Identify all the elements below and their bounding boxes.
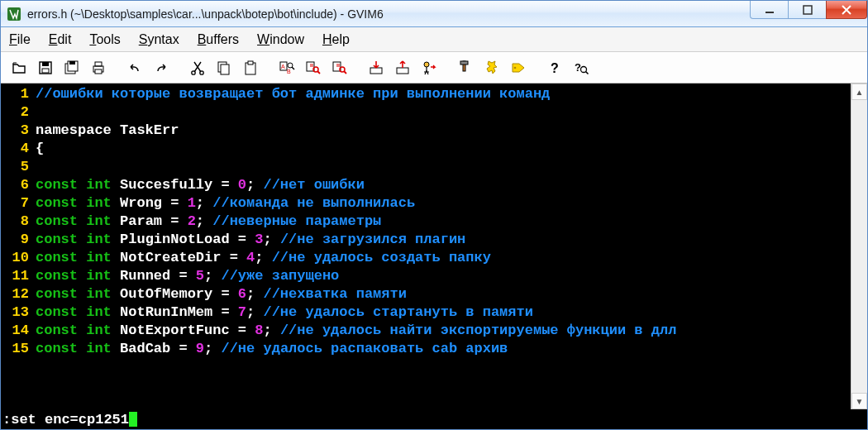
- line-number: 7: [1, 194, 36, 213]
- svg-rect-5: [42, 69, 49, 73]
- code-content[interactable]: const int Param = 2; //неверные параметр…: [36, 213, 851, 231]
- find-replace-icon[interactable]: AB: [275, 56, 298, 79]
- command-line[interactable]: :set enc=cp1251: [1, 409, 867, 429]
- code-content[interactable]: const int NotExportFunc = 8; //не удалос…: [36, 322, 851, 340]
- code-content[interactable]: const int NotRunInMem = 7; //не удалось …: [36, 303, 851, 322]
- line-number: 10: [1, 249, 36, 267]
- code-content[interactable]: [36, 158, 851, 176]
- maximize-button[interactable]: [788, 1, 826, 19]
- svg-rect-29: [370, 68, 382, 74]
- help-icon[interactable]: ?: [543, 56, 566, 79]
- session-load-icon[interactable]: [365, 56, 388, 79]
- minimize-button[interactable]: [750, 1, 788, 19]
- run-script-icon[interactable]: [417, 56, 441, 79]
- line-number: 14: [1, 322, 36, 340]
- code-content[interactable]: const int OutOfMemory = 6; //нехватка па…: [36, 285, 851, 303]
- shell-icon[interactable]: [480, 56, 503, 79]
- svg-point-37: [581, 66, 587, 72]
- svg-rect-33: [460, 61, 468, 64]
- code-line: 11const int Runned = 5; //уже запущено: [1, 267, 851, 285]
- svg-point-13: [200, 70, 203, 74]
- svg-point-31: [424, 62, 429, 67]
- menubar: File Edit Tools Syntax Buffers Window He…: [1, 27, 867, 52]
- code-line: 4{: [1, 140, 851, 158]
- window-title: errors.h (~\Desktop\samples\car...\unpac…: [27, 7, 750, 21]
- code-content[interactable]: const int BadCab = 9; //не удалось распа…: [36, 340, 851, 358]
- menu-help[interactable]: Help: [322, 32, 350, 47]
- code-line: 9const int PluginNotLoad = 3; //не загру…: [1, 231, 851, 249]
- svg-rect-4: [42, 62, 49, 66]
- code-line: 10const int NotCreateDir = 4; //не удало…: [1, 249, 851, 267]
- find-help-icon[interactable]: ?: [570, 56, 593, 79]
- paste-icon[interactable]: [239, 56, 262, 79]
- menu-buffers[interactable]: Buffers: [198, 32, 239, 47]
- code-line: 2: [1, 103, 851, 122]
- scroll-down-icon[interactable]: ▼: [851, 393, 867, 409]
- vertical-scrollbar[interactable]: ▲ ▼: [851, 84, 867, 409]
- close-button[interactable]: [826, 1, 867, 19]
- cut-icon[interactable]: [186, 56, 209, 79]
- tags-icon[interactable]: [507, 56, 530, 79]
- svg-point-12: [192, 70, 195, 74]
- code-editor[interactable]: 1//ошибки которые возвращает бот админке…: [1, 84, 851, 409]
- code-content[interactable]: //ошибки которые возвращает бот админке …: [36, 85, 851, 103]
- code-content[interactable]: const int NotCreateDir = 4; //не удалось…: [36, 249, 851, 267]
- code-line: 14const int NotExportFunc = 8; //не удал…: [1, 322, 851, 340]
- svg-rect-8: [69, 61, 75, 64]
- svg-point-34: [514, 66, 517, 69]
- app-window: errors.h (~\Desktop\samples\car...\unpac…: [0, 0, 868, 430]
- line-number: 8: [1, 213, 36, 231]
- save-icon[interactable]: [34, 56, 57, 79]
- code-content[interactable]: namespace TaskErr: [36, 122, 851, 140]
- scroll-track[interactable]: [851, 100, 867, 393]
- code-line: 7const int Wrong = 1; //команда не выпол…: [1, 194, 851, 213]
- print-icon[interactable]: [87, 56, 110, 79]
- window-buttons: [750, 1, 867, 26]
- find-next-icon[interactable]: [302, 56, 325, 79]
- copy-icon[interactable]: [212, 56, 236, 79]
- line-number: 5: [1, 158, 36, 176]
- line-number: 12: [1, 285, 36, 303]
- code-content[interactable]: [36, 103, 851, 122]
- code-line: 13const int NotRunInMem = 7; //не удалос…: [1, 303, 851, 322]
- line-number: 9: [1, 231, 36, 249]
- code-line: 6const int Succesfully = 0; //нет ошибки: [1, 176, 851, 194]
- line-number: 2: [1, 103, 36, 122]
- svg-rect-11: [95, 69, 102, 74]
- menu-window[interactable]: Window: [257, 32, 304, 47]
- command-text: :set enc=cp1251: [2, 412, 129, 428]
- menu-file[interactable]: File: [9, 32, 31, 47]
- scroll-up-icon[interactable]: ▲: [851, 84, 867, 100]
- code-content[interactable]: const int Wrong = 1; //команда не выполн…: [36, 194, 851, 213]
- svg-line-25: [317, 71, 320, 74]
- menu-edit[interactable]: Edit: [49, 32, 72, 47]
- line-number: 15: [1, 340, 36, 358]
- svg-rect-0: [7, 7, 21, 21]
- make-icon[interactable]: [454, 56, 477, 79]
- svg-rect-30: [397, 68, 408, 74]
- code-content[interactable]: const int PluginNotLoad = 3; //не загруз…: [36, 231, 851, 249]
- code-line: 5: [1, 158, 851, 176]
- redo-icon[interactable]: [150, 56, 173, 79]
- cursor: [129, 412, 137, 427]
- code-content[interactable]: const int Runned = 5; //уже запущено: [36, 267, 851, 285]
- svg-line-28: [344, 71, 346, 74]
- code-line: 8const int Param = 2; //неверные парамет…: [1, 213, 851, 231]
- session-save-icon[interactable]: [391, 56, 414, 79]
- titlebar[interactable]: errors.h (~\Desktop\samples\car...\unpac…: [1, 1, 867, 27]
- svg-text:A: A: [281, 64, 285, 69]
- menu-syntax[interactable]: Syntax: [139, 32, 179, 47]
- svg-rect-15: [221, 64, 229, 74]
- svg-rect-17: [248, 61, 253, 64]
- open-icon[interactable]: [7, 56, 31, 79]
- code-line: 12const int OutOfMemory = 6; //нехватка …: [1, 285, 851, 303]
- line-number: 11: [1, 267, 36, 285]
- line-number: 13: [1, 303, 36, 322]
- save-all-icon[interactable]: [60, 56, 83, 79]
- code-content[interactable]: const int Succesfully = 0; //нет ошибки: [36, 176, 851, 194]
- find-prev-icon[interactable]: [328, 56, 351, 79]
- undo-icon[interactable]: [123, 56, 146, 79]
- toolbar: AB??: [1, 52, 867, 84]
- menu-tools[interactable]: Tools: [89, 32, 120, 47]
- code-content[interactable]: {: [36, 140, 851, 158]
